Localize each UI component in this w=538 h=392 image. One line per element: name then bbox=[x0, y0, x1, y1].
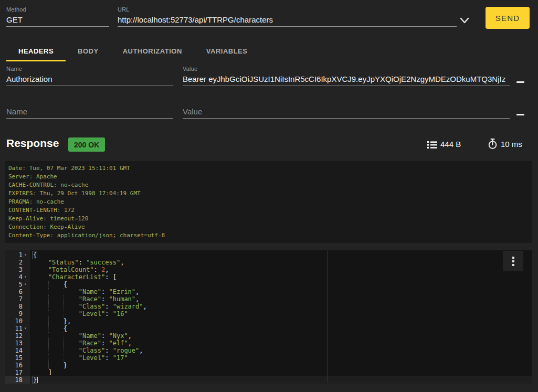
gutter-line: 10 bbox=[5, 317, 30, 325]
indent-guide bbox=[48, 303, 49, 310]
response-size: 444 B bbox=[440, 140, 461, 149]
text-cursor bbox=[37, 377, 38, 383]
gutter-line: 16 bbox=[5, 362, 30, 369]
fold-arrow-icon[interactable]: ▾ bbox=[24, 325, 30, 332]
response-header-line: Connection: Keep-Alive bbox=[8, 223, 529, 231]
code-line[interactable]: "Race": "human", bbox=[30, 295, 532, 303]
response-header-line: PRAGMA: no-cache bbox=[8, 198, 529, 206]
gutter-line: 14 bbox=[5, 347, 30, 354]
response-title: Response bbox=[6, 137, 59, 150]
gutter-line: 4▾ bbox=[5, 273, 30, 281]
gutter-line: 9 bbox=[5, 310, 30, 317]
response-header-line: CONTENT-LENGTH: 172 bbox=[8, 206, 529, 215]
editor-content: {"Status": "success","TotalCount": 2,"Ch… bbox=[30, 250, 532, 383]
send-button[interactable]: SEND bbox=[486, 7, 530, 29]
response-header-line: Server: Apache bbox=[8, 173, 529, 181]
request-tabs: HEADERS BODY AUTHORIZATION VARIABLES bbox=[6, 41, 259, 61]
print-margin-line bbox=[328, 250, 328, 383]
indent-guide bbox=[64, 354, 64, 362]
header-value-input[interactable] bbox=[183, 75, 510, 86]
code-line[interactable]: "Status": "success", bbox=[30, 259, 532, 266]
indent-guide bbox=[64, 303, 64, 310]
indent-guide bbox=[48, 354, 49, 362]
indent-guide bbox=[48, 332, 49, 340]
response-time: 10 ms bbox=[501, 140, 522, 149]
code-line[interactable]: "Level": "16" bbox=[30, 310, 532, 317]
status-badge: 200 OK bbox=[68, 137, 105, 152]
gutter-line: 11▾ bbox=[5, 325, 30, 332]
response-headers-block: Date: Tue, 07 Mar 2023 15:11:01 GMTServe… bbox=[5, 161, 532, 243]
gutter-line: 5▾ bbox=[5, 281, 30, 288]
code-line[interactable]: } bbox=[30, 362, 532, 369]
fold-arrow-icon[interactable]: ▾ bbox=[24, 273, 30, 281]
indent-guide bbox=[48, 325, 49, 332]
rest-client-window: Method URL SEND HEADERS BODY AUTHORIZATI… bbox=[0, 0, 538, 392]
response-header-line: Keep-Alive: timeout=120 bbox=[8, 215, 529, 223]
indent-guide bbox=[64, 310, 64, 317]
gutter-line: 1▾ bbox=[5, 251, 30, 259]
gutter-line: 15 bbox=[5, 354, 30, 362]
code-line[interactable]: "CharacterList": [ bbox=[30, 273, 532, 281]
gutter-line: 7 bbox=[5, 295, 30, 303]
header-value-label: Value bbox=[183, 66, 197, 72]
gutter-line: 18 bbox=[5, 376, 30, 384]
indent-guide bbox=[48, 310, 49, 317]
method-label: Method bbox=[6, 6, 26, 13]
gutter-line: 2 bbox=[5, 259, 30, 266]
response-time-icon bbox=[487, 138, 498, 150]
url-input[interactable] bbox=[118, 15, 457, 27]
code-line[interactable]: "TotalCount": 2, bbox=[30, 266, 532, 273]
response-header-line: Date: Tue, 07 Mar 2023 15:11:01 GMT bbox=[8, 164, 529, 173]
tab-headers[interactable]: HEADERS bbox=[6, 41, 66, 61]
code-line[interactable]: "Name": "Ezrin", bbox=[30, 288, 532, 295]
gutter-line: 3 bbox=[5, 266, 30, 273]
remove-header-row-button[interactable] bbox=[516, 81, 524, 83]
indent-guide bbox=[48, 340, 49, 347]
code-line[interactable]: "Level": "17" bbox=[30, 354, 532, 362]
code-line[interactable]: "Class": "rogue", bbox=[30, 347, 532, 354]
code-line[interactable]: { bbox=[30, 281, 532, 288]
remove-header-row-button[interactable] bbox=[516, 114, 524, 115]
chevron-down-icon[interactable] bbox=[459, 15, 470, 26]
code-line[interactable]: "Class": "wizard", bbox=[30, 303, 532, 310]
code-line[interactable]: "Race": "elf", bbox=[30, 340, 532, 347]
indent-guide bbox=[64, 332, 64, 340]
url-label: URL bbox=[118, 6, 130, 13]
fold-arrow-icon[interactable]: ▾ bbox=[24, 281, 30, 288]
code-line[interactable]: }, bbox=[30, 317, 532, 325]
indent-guide bbox=[64, 295, 64, 303]
indent-guide bbox=[48, 281, 49, 288]
code-line[interactable]: { bbox=[30, 251, 532, 259]
header-name-input[interactable] bbox=[6, 75, 173, 86]
gutter-line: 17 bbox=[5, 369, 30, 376]
indent-guide bbox=[64, 340, 64, 347]
indent-guide bbox=[48, 288, 49, 295]
indent-guide bbox=[48, 295, 49, 303]
response-header-line: CACHE-CONTROL: no-cache bbox=[8, 181, 529, 189]
editor-menu-button[interactable] bbox=[503, 251, 523, 271]
response-size-icon bbox=[427, 140, 437, 150]
tab-authorization[interactable]: AUTHORIZATION bbox=[111, 41, 194, 61]
gutter-line: 8 bbox=[5, 303, 30, 310]
indent-guide bbox=[48, 347, 49, 354]
response-body-editor[interactable]: 1▾234▾5▾67891011▾12131415161718 {"Status… bbox=[5, 250, 532, 383]
indent-guide bbox=[64, 347, 64, 354]
editor-gutter: 1▾234▾5▾67891011▾12131415161718 bbox=[5, 250, 30, 383]
code-line[interactable]: "Name": "Nyx", bbox=[30, 332, 532, 340]
gutter-line: 12 bbox=[5, 332, 30, 340]
code-line[interactable]: } bbox=[30, 376, 532, 384]
header-name-input-empty[interactable] bbox=[6, 107, 173, 119]
indent-guide bbox=[64, 288, 64, 295]
tab-body[interactable]: BODY bbox=[66, 41, 111, 61]
fold-arrow-icon[interactable]: ▾ bbox=[24, 251, 30, 259]
method-input[interactable] bbox=[6, 15, 109, 27]
code-line[interactable]: ] bbox=[30, 369, 532, 376]
header-name-label: Name bbox=[6, 66, 22, 72]
indent-guide bbox=[48, 362, 49, 369]
header-value-input-empty[interactable] bbox=[183, 107, 510, 119]
code-line[interactable]: { bbox=[30, 325, 532, 332]
indent-guide bbox=[48, 317, 49, 325]
gutter-line: 13 bbox=[5, 340, 30, 347]
tab-variables[interactable]: VARIABLES bbox=[194, 41, 260, 61]
response-header-line: Content-Type: application/json; charset=… bbox=[8, 231, 529, 240]
